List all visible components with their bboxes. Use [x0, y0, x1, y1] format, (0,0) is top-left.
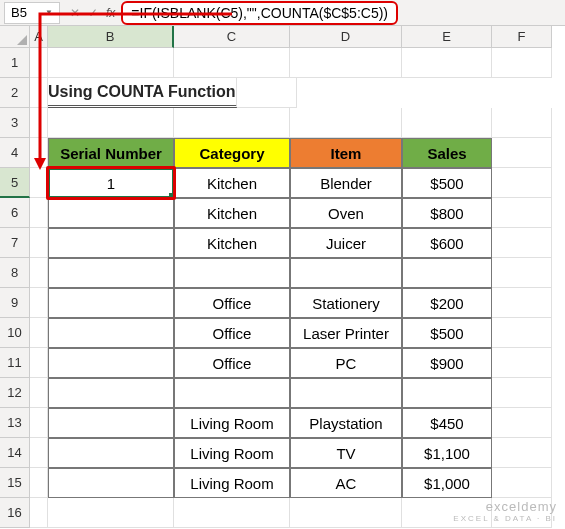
- row-12: 12: [0, 378, 565, 408]
- row-3: 3: [0, 108, 565, 138]
- row-6: 6KitchenOven$800: [0, 198, 565, 228]
- row-4: 4 Serial Number Category Item Sales: [0, 138, 565, 168]
- name-box[interactable]: B5 ▼: [4, 2, 60, 24]
- row-1: 1: [0, 48, 565, 78]
- page-title: Using COUNTA Function: [48, 78, 236, 108]
- col-B[interactable]: B: [48, 26, 174, 48]
- row-9: 9OfficeStationery$200: [0, 288, 565, 318]
- rowhdr-4[interactable]: 4: [0, 138, 30, 168]
- rowhdr-1[interactable]: 1: [0, 48, 30, 78]
- formula-bar: B5 ▼ ✕ ✓ fx =IF(ISBLANK(C5),"",COUNTA($C…: [0, 0, 565, 26]
- row-5: 5 1 Kitchen Blender $500: [0, 168, 565, 198]
- rowhdr-5[interactable]: 5: [0, 168, 30, 198]
- select-all-corner[interactable]: [0, 26, 30, 48]
- formula-input-wrap[interactable]: =IF(ISBLANK(C5),"",COUNTA($C$5:C5)): [121, 1, 565, 25]
- row-13: 13Living RoomPlaystation$450: [0, 408, 565, 438]
- cell-B5[interactable]: 1: [48, 168, 174, 198]
- header-category[interactable]: Category: [174, 138, 290, 168]
- cell-E5[interactable]: $500: [402, 168, 492, 198]
- cell-C5[interactable]: Kitchen: [174, 168, 290, 198]
- rowhdr-3[interactable]: 3: [0, 108, 30, 138]
- col-C[interactable]: C: [174, 26, 290, 48]
- header-item[interactable]: Item: [290, 138, 402, 168]
- fx-icon[interactable]: fx: [106, 6, 115, 20]
- enter-icon[interactable]: ✓: [88, 6, 98, 20]
- cell-D5[interactable]: Blender: [290, 168, 402, 198]
- cancel-icon[interactable]: ✕: [70, 6, 80, 20]
- name-box-value: B5: [11, 5, 27, 20]
- row-15: 15Living RoomAC$1,000: [0, 468, 565, 498]
- spreadsheet-grid[interactable]: A B C D E F 1 2 Using COUNTA Function 3 …: [0, 26, 565, 528]
- formula-input[interactable]: =IF(ISBLANK(C5),"",COUNTA($C$5:C5)): [121, 1, 398, 25]
- header-sales[interactable]: Sales: [402, 138, 492, 168]
- column-header-row: A B C D E F: [0, 26, 565, 48]
- rowhdr-2[interactable]: 2: [0, 78, 30, 108]
- col-E[interactable]: E: [402, 26, 492, 48]
- chevron-down-icon[interactable]: ▼: [45, 8, 53, 17]
- row-11: 11OfficePC$900: [0, 348, 565, 378]
- col-F[interactable]: F: [492, 26, 552, 48]
- formula-bar-icons: ✕ ✓ fx: [64, 6, 121, 20]
- row-10: 10OfficeLaser Printer$500: [0, 318, 565, 348]
- row-2: 2 Using COUNTA Function: [0, 78, 565, 108]
- row-8: 8: [0, 258, 565, 288]
- col-A[interactable]: A: [30, 26, 48, 48]
- row-7: 7KitchenJuicer$600: [0, 228, 565, 258]
- header-serial[interactable]: Serial Number: [48, 138, 174, 168]
- watermark: exceldemy EXCEL & DATA · BI: [453, 499, 557, 523]
- row-14: 14Living RoomTV$1,100: [0, 438, 565, 468]
- col-D[interactable]: D: [290, 26, 402, 48]
